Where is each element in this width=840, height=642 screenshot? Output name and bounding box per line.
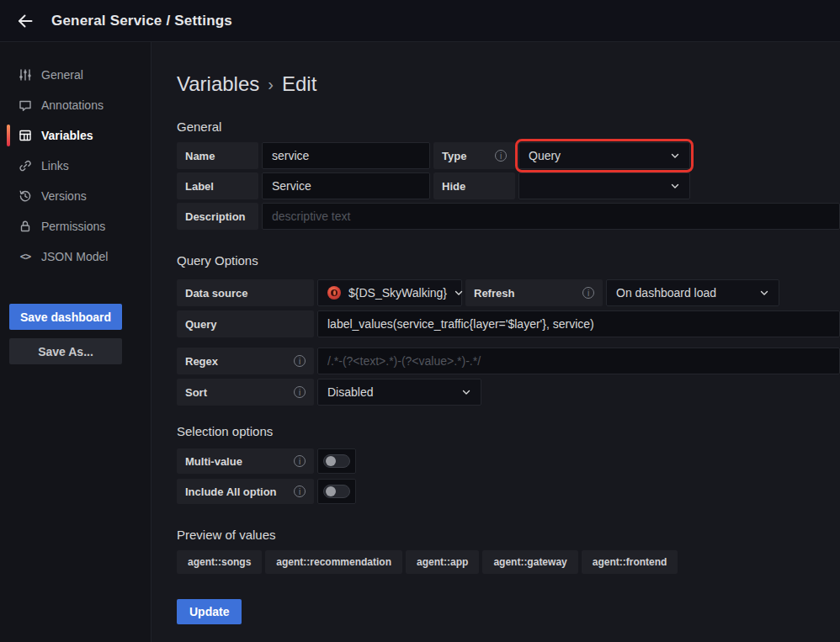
preview-values: agent::songs agent::recommendation agent… bbox=[177, 550, 840, 574]
chevron-down-icon bbox=[759, 288, 769, 298]
refresh-select[interactable]: On dashboard load bbox=[606, 279, 779, 306]
sidebar-item-variables[interactable]: Variables bbox=[0, 120, 151, 151]
link-icon bbox=[19, 159, 32, 172]
sidebar-item-label: General bbox=[41, 68, 83, 82]
type-label: Type i bbox=[433, 142, 515, 169]
toggle-off-knob bbox=[323, 454, 350, 468]
comment-icon bbox=[19, 98, 32, 112]
info-icon[interactable]: i bbox=[294, 386, 306, 398]
save-as-button[interactable]: Save As... bbox=[9, 338, 122, 364]
page-title: General Service / Settings bbox=[51, 13, 232, 29]
save-dashboard-button[interactable]: Save dashboard bbox=[9, 304, 122, 330]
lock-icon bbox=[19, 220, 32, 233]
type-select[interactable]: Query bbox=[518, 142, 690, 169]
description-label: Description bbox=[177, 203, 258, 230]
sort-select-value: Disabled bbox=[327, 385, 373, 399]
description-input[interactable] bbox=[262, 203, 840, 230]
history-icon bbox=[19, 189, 32, 203]
sidebar-item-permissions[interactable]: Permissions bbox=[0, 211, 151, 241]
query-input[interactable] bbox=[317, 310, 840, 337]
query-label: Query bbox=[177, 310, 314, 337]
sidebar-item-annotations[interactable]: Annotations bbox=[0, 90, 151, 120]
query-options-heading: Query Options bbox=[177, 253, 840, 268]
sort-select[interactable]: Disabled bbox=[317, 379, 481, 406]
breadcrumb-page: Edit bbox=[282, 72, 316, 96]
type-select-value: Query bbox=[529, 149, 561, 162]
sort-label: Sort i bbox=[177, 379, 314, 406]
breadcrumb-section[interactable]: Variables bbox=[177, 72, 259, 96]
sidebar-item-links[interactable]: Links bbox=[0, 151, 151, 181]
update-button[interactable]: Update bbox=[177, 599, 242, 624]
settings-nav: General Annotations Variables bbox=[0, 42, 151, 272]
breadcrumb-separator: › bbox=[268, 75, 274, 94]
sidebar-item-versions[interactable]: Versions bbox=[0, 181, 151, 211]
preview-value-chip: agent::recommendation bbox=[265, 550, 402, 574]
chevron-down-icon bbox=[454, 288, 464, 298]
regex-input[interactable] bbox=[317, 348, 840, 374]
multi-value-toggle[interactable] bbox=[317, 448, 356, 474]
code-brackets-icon: <> bbox=[19, 250, 32, 263]
preview-value-chip: agent::frontend bbox=[582, 550, 678, 574]
preview-heading: Preview of values bbox=[177, 528, 840, 542]
sidebar-item-label: Links bbox=[41, 159, 69, 172]
settings-sidebar: General Annotations Variables bbox=[0, 42, 152, 642]
datasource-picker[interactable]: ${DS_SkyWalking} bbox=[317, 279, 462, 306]
sidebar-item-label: Annotations bbox=[41, 98, 104, 112]
sidebar-item-general[interactable]: General bbox=[0, 60, 151, 90]
sidebar-item-label: Permissions bbox=[41, 220, 105, 233]
sidebar-item-json-model[interactable]: <> JSON Model bbox=[0, 241, 151, 272]
include-all-toggle[interactable] bbox=[317, 479, 356, 504]
hide-select[interactable] bbox=[518, 172, 690, 199]
datasource-label: Data source bbox=[177, 279, 314, 306]
selection-options-heading: Selection options bbox=[177, 424, 840, 438]
preview-value-chip: agent::gateway bbox=[482, 550, 577, 574]
datasource-value: ${DS_SkyWalking} bbox=[348, 286, 447, 300]
info-icon[interactable]: i bbox=[495, 150, 507, 162]
info-icon[interactable]: i bbox=[294, 485, 306, 497]
sidebar-item-label: Versions bbox=[41, 189, 87, 203]
refresh-select-value: On dashboard load bbox=[616, 286, 716, 300]
chevron-down-icon bbox=[461, 387, 471, 397]
info-icon[interactable]: i bbox=[294, 355, 306, 367]
info-icon[interactable]: i bbox=[294, 455, 306, 467]
grid-icon bbox=[19, 129, 32, 142]
sidebar-item-label: JSON Model bbox=[41, 250, 108, 263]
multi-value-label: Multi-value i bbox=[177, 448, 314, 474]
info-icon[interactable]: i bbox=[582, 287, 594, 299]
name-label: Name bbox=[177, 142, 258, 169]
variable-editor: Variables › Edit General Name Type i Que… bbox=[152, 42, 840, 642]
label-input[interactable] bbox=[262, 172, 430, 199]
preview-value-chip: agent::app bbox=[406, 550, 479, 574]
regex-label: Regex i bbox=[177, 348, 314, 374]
toggle-off-knob bbox=[323, 485, 350, 498]
sliders-icon bbox=[19, 68, 32, 82]
preview-value-chip: agent::songs bbox=[177, 550, 262, 574]
arrow-left-icon bbox=[16, 12, 35, 30]
chevron-down-icon bbox=[670, 151, 680, 161]
skywalking-datasource-icon bbox=[327, 286, 341, 300]
general-section-heading: General bbox=[177, 119, 840, 134]
top-bar: General Service / Settings bbox=[0, 0, 840, 42]
name-input[interactable] bbox=[262, 142, 430, 169]
hide-label: Hide bbox=[433, 172, 515, 199]
dashboard-settings-screen: General Service / Settings General bbox=[0, 0, 840, 642]
sidebar-item-label: Variables bbox=[41, 129, 93, 142]
include-all-label: Include All option i bbox=[177, 479, 314, 504]
label-label: Label bbox=[177, 172, 258, 199]
refresh-label: Refresh i bbox=[465, 279, 603, 306]
chevron-down-icon bbox=[670, 181, 680, 191]
back-button[interactable] bbox=[14, 10, 36, 32]
breadcrumb: Variables › Edit bbox=[177, 72, 840, 96]
